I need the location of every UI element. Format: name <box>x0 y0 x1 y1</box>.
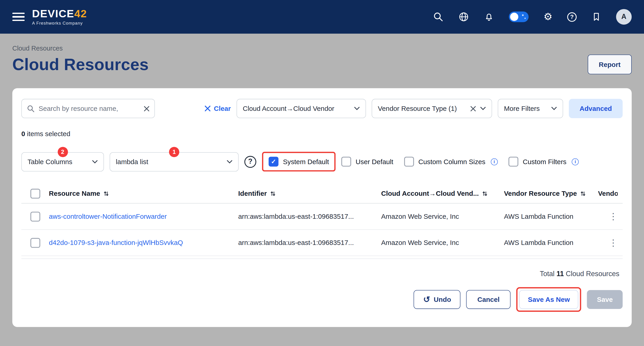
annotation-badge-2: 2 <box>58 147 68 157</box>
help-icon[interactable]: ? <box>567 12 576 21</box>
chevron-down-icon <box>551 107 557 110</box>
annotation-badge-1: 1 <box>169 147 179 157</box>
system-default-checkbox[interactable]: ✓ <box>269 157 278 167</box>
cloud-account-vendor-dropdown[interactable]: Cloud Account→Cloud Vendor <box>236 99 366 118</box>
select-all-checkbox[interactable] <box>30 188 40 198</box>
top-navbar: DEVICE42 A Freshworks Company ⚙ <box>0 0 644 34</box>
vendor-type-cell: AWS Lambda Function <box>504 213 598 220</box>
col-identifier[interactable]: Identifier <box>238 190 381 197</box>
identifier-cell: arn:aws:lambda:us-east-1:09683517... <box>238 239 381 247</box>
custom-filters-checkbox[interactable] <box>508 157 518 167</box>
chevron-down-icon <box>354 107 360 110</box>
cancel-button[interactable]: Cancel <box>466 290 511 309</box>
report-button[interactable]: Report <box>588 55 632 74</box>
settings-gear-icon[interactable]: ⚙ <box>544 12 552 22</box>
row-checkbox[interactable] <box>30 238 40 247</box>
custom-column-sizes-checkbox-item[interactable]: Custom Column Sizes i <box>404 157 498 167</box>
info-icon[interactable]: i <box>491 158 498 165</box>
col-vendor-clipped-label: Vendor <box>598 190 618 197</box>
chevron-down-icon <box>480 107 486 110</box>
filters-row: Clear Cloud Account→Cloud Vendor Vendor … <box>22 99 623 118</box>
logo-text-accent: 42 <box>74 7 87 19</box>
breadcrumb[interactable]: Cloud Resources <box>12 45 632 52</box>
search-box[interactable] <box>22 99 155 118</box>
theme-toggle[interactable] <box>509 11 529 22</box>
sort-icon <box>580 190 586 196</box>
resource-name-link[interactable]: d42do-1079-s3-java-function-jqWlHbSvvkaQ <box>49 239 238 247</box>
search-clear-x-icon[interactable] <box>144 106 150 111</box>
col-vendor-resource-type[interactable]: Vendor Resource Type <box>504 190 598 197</box>
selected-count-number: 0 <box>22 130 25 137</box>
table-row: d42do-1079-s3-java-function-jqWlHbSvvkaQ… <box>22 230 623 256</box>
col-cloud-account-label: Cloud Account→Cloud Vend... <box>381 190 479 197</box>
total-count-line: Total 11 Cloud Resources <box>22 270 623 278</box>
search-input[interactable] <box>38 105 140 112</box>
annotation-box-system-default: ✓ System Default <box>262 152 336 172</box>
table-columns-label: Table Columns <box>28 158 72 166</box>
total-suffix: Cloud Resources <box>564 270 620 278</box>
user-default-checkbox-item[interactable]: User Default <box>341 157 393 167</box>
user-default-checkbox[interactable] <box>341 157 351 167</box>
filter-clear-x-icon[interactable] <box>470 106 476 111</box>
total-prefix: Total <box>540 270 556 278</box>
table-row: aws-controltower-NotificationForwarder a… <box>22 203 623 230</box>
annotation-box-save-as-new: Save As New <box>516 287 581 312</box>
cloud-resources-card: Clear Cloud Account→Cloud Vendor Vendor … <box>12 88 632 327</box>
custom-column-sizes-label: Custom Column Sizes <box>418 158 486 166</box>
info-icon[interactable]: i <box>572 158 579 165</box>
col-vendor-clipped[interactable]: Vendor <box>598 190 618 197</box>
notifications-bell-icon[interactable] <box>484 12 494 22</box>
col-cloud-account[interactable]: Cloud Account→Cloud Vend... <box>381 190 504 197</box>
search-icon[interactable] <box>433 11 444 22</box>
row-checkbox[interactable] <box>30 211 40 221</box>
selected-count-label: items selected <box>25 130 70 137</box>
toggle-dot <box>524 17 526 19</box>
page: DEVICE42 A Freshworks Company ⚙ <box>0 0 644 346</box>
chevron-down-icon <box>92 160 98 164</box>
actions-row: ↺ Undo Cancel Save As New Save <box>22 287 623 312</box>
cloud-account-vendor-label: Cloud Account→Cloud Vendor <box>243 105 334 112</box>
system-default-label: System Default <box>283 158 329 166</box>
bookmark-icon[interactable] <box>591 12 601 22</box>
vendor-resource-type-label: Vendor Resource Type (1) <box>378 105 457 112</box>
saved-view-value: lambda list <box>116 158 148 166</box>
hamburger-menu-icon[interactable] <box>12 12 24 21</box>
col-resource-name[interactable]: Resource Name <box>49 190 238 197</box>
vendor-resource-type-dropdown[interactable]: Vendor Resource Type (1) <box>372 99 492 118</box>
logo-subtitle: A Freshworks Company <box>32 20 87 25</box>
row-actions-kebab-icon[interactable]: ⋮ <box>609 238 618 247</box>
table-header-row: Resource Name Identifier Cloud Account→C… <box>22 184 623 203</box>
vendor-type-cell: AWS Lambda Function <box>504 239 598 247</box>
col-identifier-label: Identifier <box>238 190 267 197</box>
more-filters-label: More Filters <box>504 105 540 112</box>
undo-button[interactable]: ↺ Undo <box>414 290 460 309</box>
custom-filters-checkbox-item[interactable]: Custom Filters i <box>508 157 579 167</box>
cloud-account-cell: Amazon Web Service, Inc <box>381 213 504 220</box>
identifier-cell: arn:aws:lambda:us-east-1:09683517... <box>238 213 381 220</box>
total-count: 11 <box>556 270 564 278</box>
undo-icon: ↺ <box>423 296 430 304</box>
sort-icon <box>104 190 109 196</box>
globe-icon[interactable] <box>458 11 469 22</box>
user-default-label: User Default <box>356 158 393 166</box>
items-selected-count: 0 items selected <box>22 130 623 138</box>
clear-filters-link[interactable]: Clear <box>204 105 231 112</box>
chevron-down-icon <box>227 160 232 164</box>
toggle-dot <box>522 14 524 16</box>
clear-x-icon <box>204 105 210 112</box>
col-vendor-resource-type-label: Vendor Resource Type <box>504 190 577 197</box>
save-button[interactable]: Save <box>587 290 622 309</box>
view-help-icon[interactable]: ? <box>244 156 256 168</box>
more-filters-dropdown[interactable]: More Filters <box>498 99 563 118</box>
undo-label: Undo <box>434 296 451 303</box>
save-as-new-button[interactable]: Save As New <box>519 290 578 309</box>
resource-name-link[interactable]: aws-controltower-NotificationForwarder <box>49 213 238 220</box>
device42-logo[interactable]: DEVICE42 A Freshworks Company <box>32 8 87 25</box>
page-title: Cloud Resources <box>12 55 148 74</box>
user-avatar[interactable]: A <box>616 9 632 24</box>
row-actions-kebab-icon[interactable]: ⋮ <box>609 212 618 221</box>
custom-column-sizes-checkbox[interactable] <box>404 157 414 167</box>
advanced-button[interactable]: Advanced <box>569 99 622 118</box>
search-input-icon <box>27 105 35 113</box>
logo-text-main: DEVICE <box>32 7 74 19</box>
